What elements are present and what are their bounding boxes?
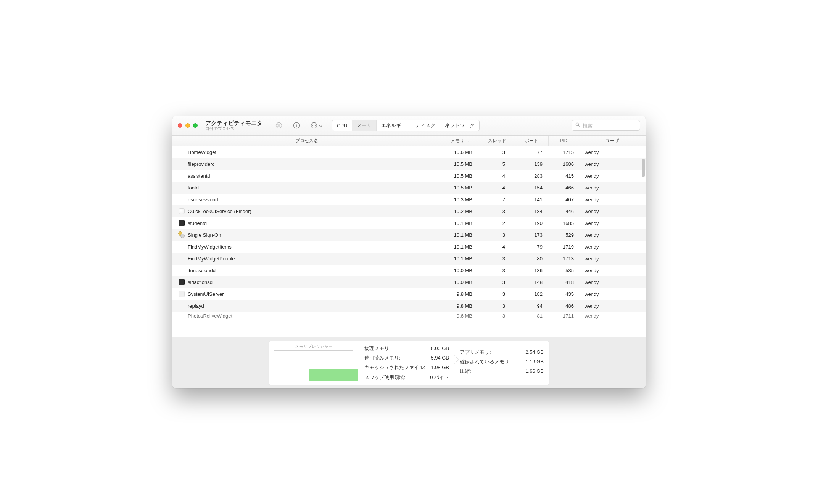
search-input[interactable]: [583, 123, 646, 128]
tab-memory[interactable]: メモリ: [352, 120, 377, 131]
table-row[interactable]: assistantd10.5 MB4283415wendy: [172, 170, 646, 182]
physical-memory-value: 8.00 GB: [431, 343, 449, 353]
info-button[interactable]: [290, 120, 303, 131]
process-ports: 182: [514, 291, 549, 297]
table-row[interactable]: fileproviderd10.5 MB51391686wendy: [172, 158, 646, 170]
process-memory: 10.2 MB: [441, 209, 480, 214]
compressed-value: 1.66 GB: [525, 366, 544, 376]
column-ports[interactable]: ポート: [514, 136, 549, 146]
table-row[interactable]: fontd10.5 MB4154466wendy: [172, 182, 646, 194]
column-threads[interactable]: スレッド: [480, 136, 514, 146]
process-memory: 10.0 MB: [441, 279, 480, 285]
tab-energy[interactable]: エネルギー: [377, 120, 411, 131]
swap-value: 0 バイト: [430, 372, 449, 382]
process-pid: 446: [549, 209, 579, 214]
process-ports: 141: [514, 197, 549, 202]
process-name: replayd: [187, 303, 441, 309]
process-threads: 3: [480, 149, 514, 155]
memory-pressure-chart: [274, 351, 353, 381]
app-memory-label: アプリメモリ:: [460, 347, 491, 357]
table-row[interactable]: FindMyWidgetItems10.1 MB4791719wendy: [172, 241, 646, 253]
svg-point-7: [315, 125, 316, 126]
process-memory: 10.1 MB: [441, 232, 480, 238]
process-ports: 184: [514, 209, 549, 214]
table-row[interactable]: studentd10.1 MB21901685wendy: [172, 217, 646, 229]
table-row[interactable]: QuickLookUIService (Finder)10.2 MB318444…: [172, 205, 646, 217]
process-name: PhotosReliveWidget: [187, 313, 441, 319]
process-threads: 3: [480, 256, 514, 262]
tab-disk[interactable]: ディスク: [411, 120, 440, 131]
table-row[interactable]: SystemUIServer9.8 MB3182435wendy: [172, 288, 646, 300]
process-threads: 7: [480, 197, 514, 202]
process-threads: 4: [480, 185, 514, 191]
tab-segmented-control: CPU メモリ エネルギー ディスク ネットワーク: [332, 120, 480, 131]
tab-network[interactable]: ネットワーク: [440, 120, 479, 131]
window-title: アクティビティモニタ: [205, 120, 262, 126]
memory-pressure-fill: [309, 369, 358, 381]
vertical-scrollbar-thumb[interactable]: [642, 159, 645, 177]
tab-cpu[interactable]: CPU: [332, 120, 352, 131]
process-pid: 529: [549, 232, 579, 238]
close-window-button[interactable]: [178, 123, 182, 128]
table-row[interactable]: Single Sign-On10.1 MB3173529wendy: [172, 229, 646, 241]
process-memory: 10.1 MB: [441, 220, 480, 226]
title-block: アクティビティモニタ 自分のプロセス: [205, 120, 262, 131]
process-memory: 10.6 MB: [441, 149, 480, 155]
stop-process-button[interactable]: [272, 120, 285, 131]
process-user: wendy: [579, 232, 646, 238]
process-pid: 1685: [549, 220, 579, 226]
table-row[interactable]: replayd9.8 MB394486wendy: [172, 300, 646, 312]
search-field[interactable]: [572, 120, 640, 131]
svg-rect-3: [296, 125, 297, 127]
process-threads: 5: [480, 161, 514, 167]
zoom-window-button[interactable]: [193, 123, 198, 128]
process-icon-cell: [172, 291, 187, 297]
process-name: studentd: [187, 220, 441, 226]
process-pid: 1715: [549, 149, 579, 155]
process-memory: 10.3 MB: [441, 197, 480, 202]
column-pid[interactable]: PID: [549, 136, 579, 146]
minimize-window-button[interactable]: [185, 123, 190, 128]
process-name: HomeWidget: [187, 149, 441, 155]
process-memory: 10.5 MB: [441, 185, 480, 191]
process-threads: 3: [480, 209, 514, 214]
process-ports: 283: [514, 173, 549, 179]
process-user: wendy: [579, 256, 646, 262]
table-row[interactable]: HomeWidget10.6 MB3771715wendy: [172, 146, 646, 158]
table-row[interactable]: siriactionsd10.0 MB3148418wendy: [172, 276, 646, 288]
process-memory: 9.8 MB: [441, 291, 480, 297]
process-name: QuickLookUIService (Finder): [187, 209, 441, 214]
table-row[interactable]: PhotosReliveWidget9.6 MB3811711wendy: [172, 312, 646, 319]
process-threads: 4: [480, 173, 514, 179]
window-controls: [178, 123, 198, 128]
table-row[interactable]: FindMyWidgetPeople10.1 MB3801713wendy: [172, 253, 646, 265]
terminal-icon: [179, 220, 185, 226]
options-menu-button[interactable]: [308, 120, 325, 131]
chevron-down-icon: [319, 122, 322, 129]
wired-memory-value: 1.19 GB: [525, 357, 544, 366]
process-ports: 190: [514, 220, 549, 226]
blank-icon: [179, 291, 185, 297]
process-name: FindMyWidgetPeople: [187, 256, 441, 262]
column-memory[interactable]: メモリ ⌄: [441, 136, 480, 146]
window-subtitle: 自分のプロセス: [205, 126, 262, 131]
process-ports: 80: [514, 256, 549, 262]
keys-icon: [179, 232, 185, 238]
process-ports: 173: [514, 232, 549, 238]
process-threads: 4: [480, 244, 514, 250]
column-user[interactable]: ユーザ: [579, 136, 646, 146]
process-user: wendy: [579, 313, 646, 319]
process-icon-cell: [172, 232, 187, 238]
table-row[interactable]: itunescloudd10.0 MB3136535wendy: [172, 265, 646, 276]
table-row[interactable]: nsurlsessiond10.3 MB7141407wendy: [172, 194, 646, 205]
process-pid: 535: [549, 268, 579, 273]
process-user: wendy: [579, 149, 646, 155]
process-memory: 10.5 MB: [441, 161, 480, 167]
process-table[interactable]: HomeWidget10.6 MB3771715wendyfileprovide…: [172, 146, 646, 337]
physical-memory-label: 物理メモリ:: [364, 343, 391, 353]
column-process-name[interactable]: プロセス名: [172, 136, 441, 146]
search-icon: [575, 122, 580, 129]
process-memory: 10.5 MB: [441, 173, 480, 179]
wired-memory-label: 確保されているメモリ:: [460, 357, 511, 366]
process-pid: 415: [549, 173, 579, 179]
